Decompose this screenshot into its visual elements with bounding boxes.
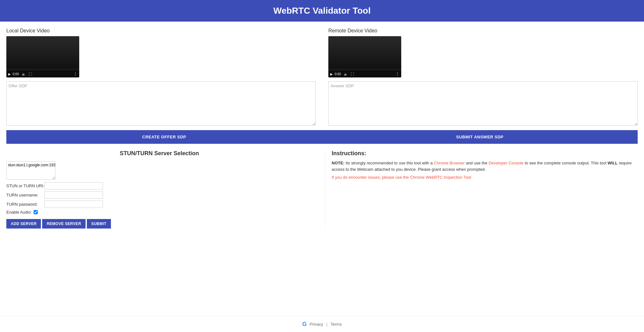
- google-logo: G: [302, 321, 306, 328]
- remote-play-button[interactable]: ▶: [330, 72, 333, 76]
- action-buttons: ADD SERVER REMOVE SERVER SUBMIT: [6, 219, 312, 229]
- username-input[interactable]: [44, 191, 103, 199]
- server-list-item[interactable]: stun:stun1.l.google.com:19302: [8, 163, 54, 167]
- enable-audio-row: Enable Audio:: [6, 210, 312, 215]
- local-video-container: ▶ 0:00 🔈 ⛶ ⋮: [6, 36, 79, 77]
- remote-video-panel: Remote Device Video ▶ 0:00 🔈 ⛶ ⋮: [322, 28, 638, 130]
- footer-divider: |: [326, 322, 327, 327]
- remove-server-button[interactable]: REMOVE SERVER: [42, 219, 85, 229]
- instructions-paragraph-2: If you do encounter issues, please use t…: [332, 174, 638, 181]
- remote-volume-button[interactable]: 🔈: [344, 72, 348, 76]
- instructions-text: NOTE: Its strongly recommended to use th…: [332, 160, 638, 181]
- local-video-controls: ▶ 0:00 🔈 ⛶ ⋮: [6, 70, 79, 77]
- enable-audio-label: Enable Audio:: [6, 210, 32, 215]
- post-console-text: to see the complete console output. This…: [524, 161, 608, 165]
- uri-field-row: STUN or TURN URI:: [6, 182, 312, 189]
- instructions-paragraph-1: NOTE: Its strongly recommended to use th…: [332, 160, 638, 172]
- submit-button[interactable]: SUBMIT: [87, 219, 111, 229]
- password-label: TURN password:: [6, 202, 44, 207]
- page-title: WebRTC Validator Tool: [274, 6, 371, 16]
- local-fullscreen-button[interactable]: ⛶: [29, 72, 32, 76]
- username-field-row: TURN username:: [6, 191, 312, 199]
- remote-video-label: Remote Device Video: [328, 28, 638, 34]
- footer: G Privacy | Terms: [0, 316, 644, 332]
- remote-video-time: 0:00: [335, 72, 341, 76]
- local-video-panel: Local Device Video ▶ 0:00 🔈 ⛶ ⋮: [6, 28, 322, 130]
- google-g: G: [302, 321, 306, 328]
- page-header: WebRTC Validator Tool: [0, 0, 644, 22]
- instructions-title: Instructions:: [332, 150, 638, 157]
- and-text: and use the: [465, 161, 488, 165]
- remote-video-container: ▶ 0:00 🔈 ⛶ ⋮: [328, 36, 401, 77]
- submit-answer-button[interactable]: SUBMIT ANSWER SDP: [322, 130, 638, 144]
- server-list[interactable]: stun:stun1.l.google.com:19302: [6, 161, 55, 180]
- create-offer-button[interactable]: CREATE OFFER SDP: [6, 130, 322, 144]
- bottom-section: STUN/TURN Server Selection stun:stun1.l.…: [6, 144, 638, 235]
- remote-video-controls: ▶ 0:00 🔈 ⛶ ⋮: [328, 70, 401, 77]
- terms-link[interactable]: Terms: [331, 322, 342, 327]
- uri-input[interactable]: [44, 182, 103, 189]
- local-video-time: 0:00: [13, 72, 19, 76]
- instructions-panel: Instructions: NOTE: Its strongly recomme…: [325, 150, 638, 229]
- note-text: Its strongly recommended to use this too…: [345, 161, 434, 165]
- password-field-row: TURN password:: [6, 201, 312, 208]
- username-label: TURN username:: [6, 193, 44, 197]
- remote-fullscreen-button[interactable]: ⛶: [351, 72, 354, 76]
- offer-sdp-textarea[interactable]: [6, 81, 316, 126]
- remote-more-button[interactable]: ⋮: [396, 72, 399, 76]
- local-video-label: Local Device Video: [6, 28, 316, 34]
- local-volume-button[interactable]: 🔈: [22, 72, 26, 76]
- enable-audio-checkbox[interactable]: [34, 210, 38, 214]
- local-more-button[interactable]: ⋮: [74, 72, 77, 76]
- uri-label: STUN or TURN URI:: [6, 183, 44, 188]
- footer-links: G Privacy | Terms: [0, 321, 644, 328]
- answer-sdp-textarea[interactable]: [328, 81, 638, 126]
- webrtc-tool-link[interactable]: Chrome WebRTC Inspection Tool: [410, 175, 471, 180]
- note-bold: NOTE:: [332, 161, 345, 165]
- chrome-browser-link[interactable]: Chrome Browser: [434, 161, 465, 165]
- dev-console-link[interactable]: Developer Console: [488, 161, 524, 165]
- button-row: CREATE OFFER SDP SUBMIT ANSWER SDP: [6, 130, 638, 144]
- stun-turn-panel: STUN/TURN Server Selection stun:stun1.l.…: [6, 150, 319, 229]
- local-play-button[interactable]: ▶: [8, 72, 11, 76]
- privacy-link[interactable]: Privacy: [310, 322, 323, 327]
- password-input[interactable]: [44, 201, 103, 208]
- encounter-text: If you do encounter issues, please use t…: [332, 175, 410, 180]
- add-server-button[interactable]: ADD SERVER: [6, 219, 41, 229]
- will-text: WILL: [608, 161, 618, 165]
- stun-turn-title: STUN/TURN Server Selection: [6, 150, 312, 157]
